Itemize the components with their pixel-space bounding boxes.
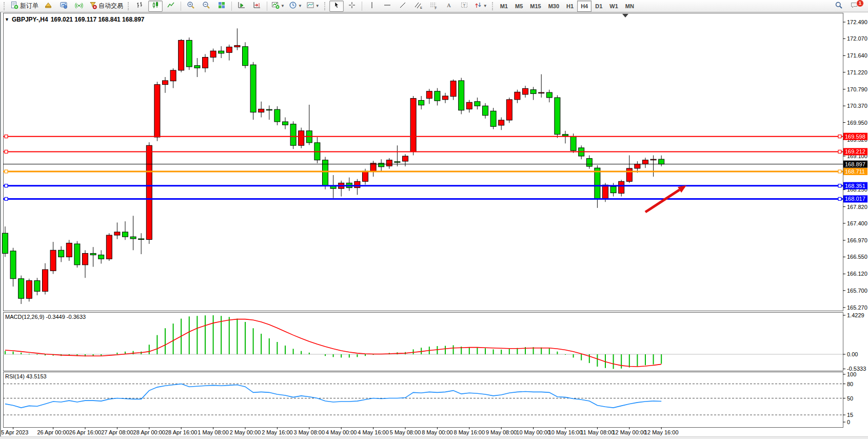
arrows-button[interactable]: ▼ [472, 1, 489, 12]
candle-chart-icon [151, 1, 160, 11]
market-watch-button[interactable] [41, 1, 55, 12]
text-label-button[interactable]: T [457, 1, 471, 12]
crosshair-icon [348, 1, 356, 11]
search-button[interactable] [832, 1, 846, 12]
zoom-out-button[interactable] [199, 1, 213, 12]
auto-scroll-icon [238, 1, 246, 11]
timeframe-mn-button[interactable]: MN [622, 1, 638, 12]
chart-ohlc-readout: 169.021 169.117 168.841 168.897 [51, 16, 145, 23]
svg-text:12 May 00:00: 12 May 00:00 [612, 429, 646, 435]
data-window-button[interactable] [56, 1, 71, 12]
chart-canvas[interactable]: 172.490172.070171.640171.220170.790170.3… [0, 0, 868, 439]
svg-text:4 May 16:00: 4 May 16:00 [358, 429, 389, 435]
timeframe-h1-button[interactable]: H1 [563, 1, 577, 12]
zoom-in-button[interactable] [184, 1, 198, 12]
text-icon: A [445, 1, 453, 11]
fibonacci-button[interactable]: F [426, 1, 441, 12]
svg-text:2 May 16:00: 2 May 16:00 [262, 429, 293, 435]
timeframe-m1-button[interactable]: M1 [497, 1, 511, 12]
arrows-icon [474, 1, 482, 11]
tile-windows-button[interactable] [214, 1, 229, 12]
svg-text:170.370: 170.370 [847, 103, 867, 109]
svg-text:12 May 16:00: 12 May 16:00 [644, 429, 679, 435]
svg-text:171.220: 171.220 [847, 69, 867, 75]
svg-text:166.120: 166.120 [847, 271, 867, 277]
line-chart-icon [167, 1, 175, 11]
svg-text:172.490: 172.490 [847, 19, 867, 25]
chevron-down-icon[interactable]: ▼ [483, 4, 487, 8]
hline-button[interactable] [380, 1, 394, 12]
mt4-window: 172.490172.070171.640171.220170.790170.3… [0, 0, 868, 439]
timeframe-m15-button[interactable]: M15 [526, 1, 544, 12]
bar-chart-button[interactable] [133, 1, 147, 12]
trendline-button[interactable] [396, 1, 410, 12]
timeframe-m5-button[interactable]: M5 [511, 1, 526, 12]
svg-text:26 Apr 16:00: 26 Apr 16:00 [69, 429, 101, 435]
chevron-down-icon[interactable]: ▼ [315, 4, 320, 8]
svg-text:4 May 00:00: 4 May 00:00 [326, 429, 357, 435]
crosshair-button[interactable] [345, 1, 359, 12]
line-chart-button[interactable] [164, 1, 178, 12]
svg-text:15: 15 [847, 412, 853, 418]
svg-text:171.640: 171.640 [847, 52, 867, 59]
label-icon: T [460, 1, 468, 11]
svg-text:1.4229: 1.4229 [847, 312, 864, 318]
market-watch-icon [44, 1, 52, 11]
chart-shift-button[interactable] [250, 1, 264, 12]
svg-text:168.017: 168.017 [845, 196, 865, 202]
toolbar-grip [4, 2, 6, 10]
svg-text:168.351: 168.351 [845, 183, 865, 189]
svg-text:167.400: 167.400 [847, 220, 867, 226]
indicators-button[interactable]: ▼ [270, 1, 286, 12]
notifications-button[interactable]: 1 [847, 1, 861, 12]
svg-text:10 May 00:00: 10 May 00:00 [516, 429, 550, 435]
new-order-button-label: 新订单 [20, 2, 38, 10]
svg-text:167.820: 167.820 [847, 204, 867, 210]
chevron-down-icon[interactable]: ▼ [281, 4, 285, 8]
zoom-out-icon [202, 1, 210, 11]
timeframe-h4-button[interactable]: H4 [577, 1, 591, 12]
trendline-icon [399, 1, 407, 11]
timeframe-d1-button[interactable]: D1 [591, 1, 606, 12]
svg-text:50: 50 [847, 395, 853, 402]
svg-text:28 Apr 16:00: 28 Apr 16:00 [165, 429, 197, 435]
main-toolbar: 新订单自动交易▼▼▼EFAT▼M1M5M15M30H1H4D1W1MN 1 [0, 0, 868, 12]
signals-button[interactable] [72, 1, 86, 12]
candle-chart-button[interactable] [148, 1, 163, 12]
templates-button[interactable]: ▼ [305, 1, 321, 12]
svg-text:2 May 00:00: 2 May 00:00 [230, 429, 261, 435]
toolbar-separator [231, 2, 232, 11]
svg-text:170.790: 170.790 [847, 86, 867, 92]
macd-indicator-label: MACD(12,26,9) -0.3449 -0.3633 [5, 314, 86, 320]
svg-text:25 Apr 2023: 25 Apr 2023 [0, 429, 28, 435]
auto-scroll-button[interactable] [234, 1, 249, 12]
toolbar-separator [362, 2, 362, 11]
svg-text:166.550: 166.550 [847, 254, 867, 260]
channel-icon: E [414, 1, 422, 11]
timeframe-w1-button[interactable]: W1 [606, 1, 622, 12]
svg-text:5 May 08:00: 5 May 08:00 [390, 429, 421, 435]
equidistant-channel-button[interactable]: E [411, 1, 425, 12]
svg-text:169.950: 169.950 [847, 120, 867, 126]
chart-shift-icon [253, 1, 261, 11]
cursor-button[interactable] [329, 1, 344, 12]
indicators-icon [271, 1, 280, 11]
svg-text:166.970: 166.970 [847, 237, 867, 243]
new-order-button[interactable]: 新订单 [9, 1, 40, 12]
svg-text:T: T [463, 3, 465, 7]
chart-symbol-period: GBPJPY-,H4 [12, 16, 48, 23]
toolbar-separator [267, 2, 267, 11]
svg-text:169.212: 169.212 [845, 148, 865, 155]
text-button[interactable]: A [442, 1, 456, 12]
autotrading-button-label: 自动交易 [98, 2, 123, 10]
chevron-down-icon[interactable]: ▼ [298, 4, 302, 8]
svg-text:A: A [447, 2, 451, 8]
chart-dropdown-icon[interactable]: ▼ [5, 17, 9, 22]
chart-title-row: ▼ GBPJPY-,H4 169.021 169.117 168.841 168… [5, 16, 144, 23]
svg-text:E: E [420, 6, 422, 9]
autotrading-button[interactable]: 自动交易 [87, 1, 125, 12]
periods-button[interactable]: ▼ [287, 1, 304, 12]
svg-text:172.070: 172.070 [847, 35, 867, 42]
vline-button[interactable] [365, 1, 379, 12]
timeframe-m30-button[interactable]: M30 [545, 1, 563, 12]
